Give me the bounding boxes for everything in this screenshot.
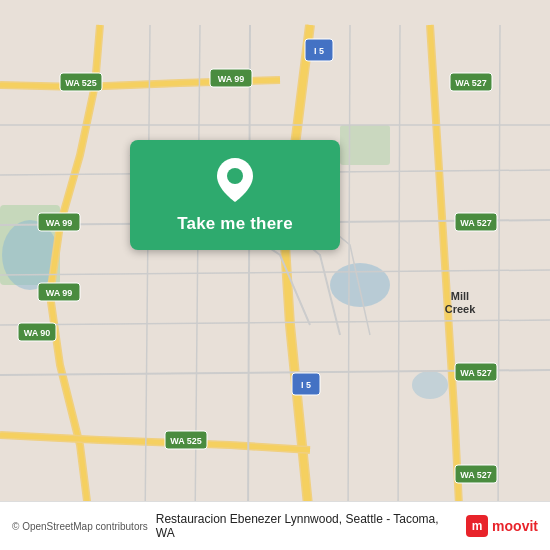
svg-text:I 5: I 5 <box>301 380 311 390</box>
svg-text:I 5: I 5 <box>314 46 324 56</box>
take-me-there-button[interactable]: Take me there <box>130 140 340 250</box>
moovit-logo: m moovit <box>466 515 538 537</box>
svg-text:WA 527: WA 527 <box>460 218 492 228</box>
svg-text:WA 527: WA 527 <box>460 470 492 480</box>
svg-point-43 <box>227 168 243 184</box>
bottom-bar: © OpenStreetMap contributors Restauracio… <box>0 501 550 550</box>
svg-line-12 <box>195 25 200 525</box>
svg-text:WA 99: WA 99 <box>46 218 73 228</box>
moovit-text: moovit <box>492 518 538 534</box>
svg-text:WA 527: WA 527 <box>460 368 492 378</box>
location-pin-icon <box>217 158 253 206</box>
svg-text:WA 525: WA 525 <box>65 78 97 88</box>
svg-text:WA 90: WA 90 <box>24 328 51 338</box>
take-me-there-label: Take me there <box>177 214 293 234</box>
svg-line-11 <box>145 25 150 525</box>
svg-text:Creek: Creek <box>445 303 476 315</box>
svg-text:WA 99: WA 99 <box>218 74 245 84</box>
svg-text:WA 99: WA 99 <box>46 288 73 298</box>
svg-line-8 <box>0 270 550 275</box>
svg-text:Mill: Mill <box>451 290 469 302</box>
svg-line-9 <box>0 320 550 325</box>
svg-line-15 <box>398 25 400 525</box>
svg-line-16 <box>498 25 500 525</box>
moovit-icon: m <box>466 515 488 537</box>
svg-line-14 <box>348 25 350 525</box>
svg-point-3 <box>412 371 448 399</box>
svg-text:WA 525: WA 525 <box>170 436 202 446</box>
map-roads-svg: WA 525 WA 99 I 5 WA 527 WA 99 WA 527 WA … <box>0 0 550 550</box>
svg-rect-4 <box>340 125 390 165</box>
svg-point-2 <box>330 263 390 307</box>
svg-text:WA 527: WA 527 <box>455 78 487 88</box>
location-text: Restauracion Ebenezer Lynnwood, Seattle … <box>156 512 458 540</box>
map-container: WA 525 WA 99 I 5 WA 527 WA 99 WA 527 WA … <box>0 0 550 550</box>
attribution-text: © OpenStreetMap contributors <box>12 521 148 532</box>
